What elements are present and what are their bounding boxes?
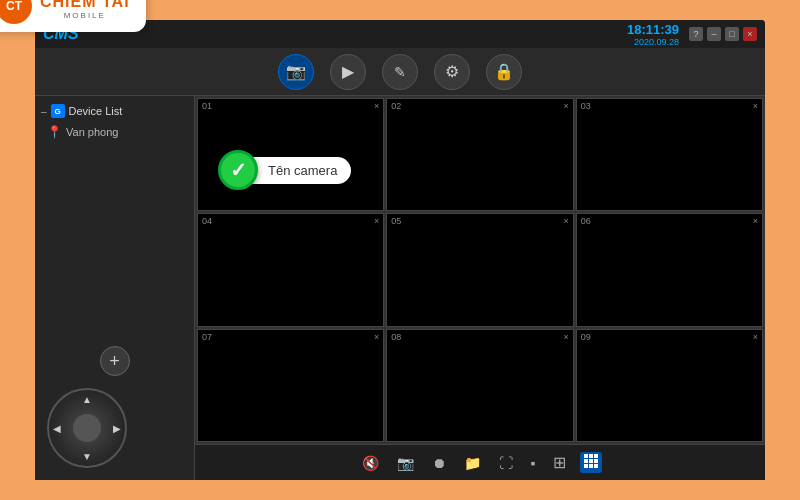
live-view-button[interactable]: 📷 xyxy=(278,54,314,90)
camera-cell-01-close[interactable]: × xyxy=(374,101,379,111)
mute-icon: 🔇 xyxy=(362,455,379,471)
edit-icon: ✎ xyxy=(394,64,406,80)
maximize-button[interactable]: □ xyxy=(725,27,739,41)
lock-button[interactable]: 🔒 xyxy=(486,54,522,90)
quad-view-icon: ⊞ xyxy=(553,453,566,472)
snapshot-icon: 📷 xyxy=(397,455,414,471)
collapse-icon[interactable]: – xyxy=(41,106,47,117)
device-list-header: – G Device List xyxy=(39,100,190,122)
app-window: CMS 18:11:39 2020.09.28 ? – □ × 📷 ▶ ✎ ⚙ … xyxy=(35,20,765,480)
camera-cell-08[interactable]: 08 × xyxy=(386,329,573,442)
camera-cell-07[interactable]: 07 × xyxy=(197,329,384,442)
camera-cell-09-close[interactable]: × xyxy=(753,332,758,342)
camera-tooltip: ✓ Tên camera xyxy=(218,150,351,190)
logo-tai: TAI xyxy=(97,0,130,10)
camera-cell-01-label: 01 xyxy=(202,101,212,111)
logo-chiem: CHIEM xyxy=(40,0,97,10)
gear-icon: ⚙ xyxy=(445,62,459,81)
mute-button[interactable]: 🔇 xyxy=(358,453,383,473)
tooltip-label: Tên camera xyxy=(248,157,351,184)
lock-icon: 🔒 xyxy=(494,62,514,81)
logo: CT CHIEM TAI MOBILE xyxy=(0,0,146,32)
record-icon: ⏺ xyxy=(432,455,446,471)
toolbar: 📷 ▶ ✎ ⚙ 🔒 xyxy=(35,48,765,96)
camera-cell-03-close[interactable]: × xyxy=(753,101,758,111)
camera-cell-09[interactable]: 09 × xyxy=(576,329,763,442)
camera-icon: 📷 xyxy=(286,62,306,81)
single-view-icon: ▪ xyxy=(531,455,536,471)
camera-cell-07-label: 07 xyxy=(202,332,212,342)
ptz-down-button[interactable]: ▼ xyxy=(82,451,92,462)
logo-text: CHIEM TAI MOBILE xyxy=(40,0,130,20)
main-content: – G Device List 📍 Van phong + ▲ ◀ ▶ ▼ xyxy=(35,96,765,480)
location-icon: 📍 xyxy=(47,125,62,139)
single-view-button[interactable]: ▪ xyxy=(527,453,540,473)
camera-cell-03-label: 03 xyxy=(581,101,591,111)
sidebar-bottom: + ▲ ◀ ▶ ▼ xyxy=(39,142,190,476)
ptz-up-button[interactable]: ▲ xyxy=(82,394,92,405)
folder-icon: 📁 xyxy=(464,455,481,471)
camera-grid-area: 01 × ✓ Tên camera 02 × 03 × xyxy=(195,96,765,480)
camera-cell-09-label: 09 xyxy=(581,332,591,342)
record-button[interactable]: ⏺ xyxy=(428,453,450,473)
device-list-icon: G xyxy=(51,104,65,118)
edit-button[interactable]: ✎ xyxy=(382,54,418,90)
sidebar: – G Device List 📍 Van phong + ▲ ◀ ▶ ▼ xyxy=(35,96,195,480)
tooltip-check-icon: ✓ xyxy=(218,150,258,190)
camera-cell-07-close[interactable]: × xyxy=(374,332,379,342)
svg-rect-5 xyxy=(594,459,598,463)
ptz-right-button[interactable]: ▶ xyxy=(113,423,121,434)
svg-rect-3 xyxy=(584,459,588,463)
sidebar-item-vanphong[interactable]: 📍 Van phong xyxy=(39,122,190,142)
plus-icon: + xyxy=(109,351,120,372)
bottom-toolbar: 🔇 📷 ⏺ 📁 ⛶ ▪ ⊞ xyxy=(195,444,765,480)
help-button[interactable]: ? xyxy=(689,27,703,41)
camera-cell-01[interactable]: 01 × ✓ Tên camera xyxy=(197,98,384,211)
device-list-label: Device List xyxy=(69,105,123,117)
svg-rect-1 xyxy=(589,454,593,458)
ptz-center-button[interactable] xyxy=(73,414,101,442)
settings-button[interactable]: ⚙ xyxy=(434,54,470,90)
nine-view-button[interactable] xyxy=(580,452,602,473)
camera-cell-06-label: 06 xyxy=(581,216,591,226)
minimize-button[interactable]: – xyxy=(707,27,721,41)
logo-main: CHIEM TAI xyxy=(40,0,130,11)
svg-rect-4 xyxy=(589,459,593,463)
camera-cell-02-close[interactable]: × xyxy=(563,101,568,111)
folder-button[interactable]: 📁 xyxy=(460,453,485,473)
fullscreen-icon: ⛶ xyxy=(499,455,513,471)
quad-view-button[interactable]: ⊞ xyxy=(549,451,570,474)
svg-rect-0 xyxy=(584,454,588,458)
svg-rect-2 xyxy=(594,454,598,458)
camera-cell-05[interactable]: 05 × xyxy=(386,213,573,326)
ptz-control[interactable]: ▲ ◀ ▶ ▼ xyxy=(47,388,127,468)
ptz-left-button[interactable]: ◀ xyxy=(53,423,61,434)
close-button[interactable]: × xyxy=(743,27,757,41)
camera-cell-04-close[interactable]: × xyxy=(374,216,379,226)
svg-rect-6 xyxy=(584,464,588,468)
camera-cell-05-close[interactable]: × xyxy=(563,216,568,226)
date-display: 2020.09.28 xyxy=(627,37,679,47)
playback-button[interactable]: ▶ xyxy=(330,54,366,90)
play-icon: ▶ xyxy=(342,62,354,81)
camera-cell-06-close[interactable]: × xyxy=(753,216,758,226)
camera-cell-05-label: 05 xyxy=(391,216,401,226)
snapshot-button[interactable]: 📷 xyxy=(393,453,418,473)
camera-grid: 01 × ✓ Tên camera 02 × 03 × xyxy=(195,96,765,444)
title-bar-right: 18:11:39 2020.09.28 ? – □ × xyxy=(627,22,757,47)
camera-cell-02[interactable]: 02 × xyxy=(386,98,573,211)
logo-icon: CT xyxy=(0,0,32,24)
nine-view-icon xyxy=(584,454,598,471)
camera-cell-08-label: 08 xyxy=(391,332,401,342)
camera-cell-03[interactable]: 03 × xyxy=(576,98,763,211)
camera-cell-08-close[interactable]: × xyxy=(563,332,568,342)
add-device-button[interactable]: + xyxy=(100,346,130,376)
camera-cell-04-label: 04 xyxy=(202,216,212,226)
time-display: 18:11:39 xyxy=(627,22,679,37)
camera-cell-06[interactable]: 06 × xyxy=(576,213,763,326)
logo-sub: MOBILE xyxy=(40,11,130,20)
sidebar-item-label: Van phong xyxy=(66,126,118,138)
fullscreen-button[interactable]: ⛶ xyxy=(495,453,517,473)
svg-rect-7 xyxy=(589,464,593,468)
camera-cell-04[interactable]: 04 × xyxy=(197,213,384,326)
